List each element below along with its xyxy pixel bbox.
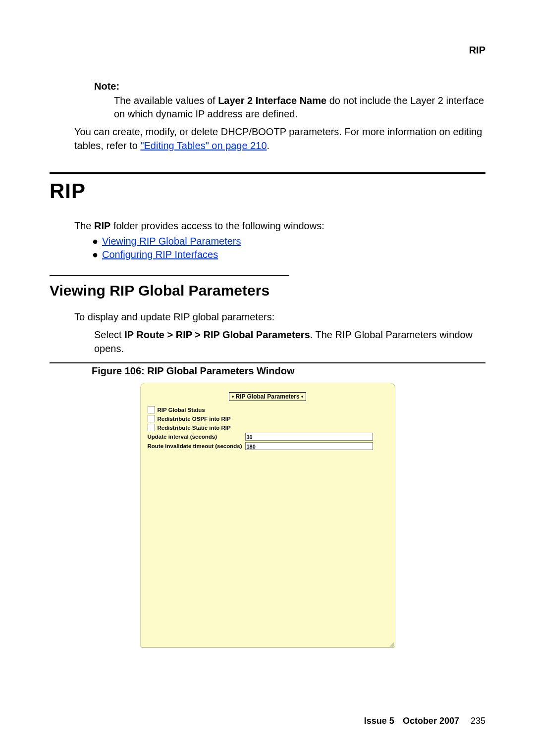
label-redist-static: Redistribute Static into RIP — [158, 425, 231, 431]
link-editing-tables[interactable]: "Editing Tables" on page 210 — [140, 140, 267, 151]
checkbox-global-status[interactable] — [148, 406, 155, 413]
footer-issue: Issue 5 — [364, 716, 394, 726]
paragraph-edit-tables: You can create, modify, or delete DHCP/B… — [74, 125, 485, 152]
intro-post: folder provides access to the following … — [110, 220, 324, 231]
intro-pre: The — [74, 220, 94, 231]
step-pre: Select — [94, 329, 124, 340]
intro-bold: RIP — [94, 220, 110, 231]
para1-pre: You can create, modify, or delete DHCP/B… — [74, 126, 482, 151]
page-footer: Issue 5 October 2007 235 — [364, 716, 485, 726]
heading-view-global: Viewing RIP Global Parameters — [50, 282, 485, 299]
section-header: RIP — [50, 45, 485, 56]
rip-global-window: • RIP Global Parameters • RIP Global Sta… — [140, 383, 395, 648]
sub-intro: To display and update RIP global paramet… — [74, 310, 485, 324]
figure-divider — [50, 362, 485, 363]
step-select: Select IP Route > RIP > RIP Global Param… — [94, 328, 485, 355]
label-route-invalidate: Route invalidate timeout (seconds) — [148, 443, 245, 449]
footer-page: 235 — [471, 716, 485, 726]
list-item: Viewing RIP Global Parameters — [94, 236, 485, 247]
intro-paragraph: The RIP folder provides access to the fo… — [74, 219, 485, 233]
link-view-global[interactable]: Viewing RIP Global Parameters — [102, 236, 241, 247]
note-bold: Layer 2 Interface Name — [218, 95, 326, 106]
note-body: The available values of Layer 2 Interfac… — [114, 94, 485, 121]
note-label: Note: — [94, 81, 485, 92]
label-update-interval: Update interval (seconds) — [148, 434, 245, 440]
step-bold: IP Route > RIP > RIP Global Parameters — [124, 329, 310, 340]
section-divider — [50, 172, 485, 174]
checkbox-redist-static[interactable] — [148, 424, 155, 431]
label-global-status: RIP Global Status — [158, 407, 205, 413]
checkbox-redist-ospf[interactable] — [148, 415, 155, 422]
para1-post: . — [267, 140, 270, 151]
note-pre: The available values of — [114, 95, 218, 106]
list-item: Configuring RIP Interfaces — [94, 249, 485, 260]
link-config-interfaces[interactable]: Configuring RIP Interfaces — [102, 249, 218, 260]
resize-grip-icon[interactable] — [389, 642, 394, 647]
window-title: • RIP Global Parameters • — [229, 392, 306, 401]
heading-rip: RIP — [50, 179, 485, 203]
link-list: Viewing RIP Global Parameters Configurin… — [94, 236, 485, 260]
input-route-invalidate[interactable]: 180 — [245, 442, 373, 450]
label-redist-ospf: Redistribute OSPF into RIP — [158, 416, 231, 422]
input-update-interval[interactable]: 30 — [245, 433, 373, 441]
subsection-divider — [50, 275, 289, 276]
footer-date: October 2007 — [403, 716, 459, 726]
figure-caption: Figure 106: RIP Global Parameters Window — [92, 365, 485, 377]
